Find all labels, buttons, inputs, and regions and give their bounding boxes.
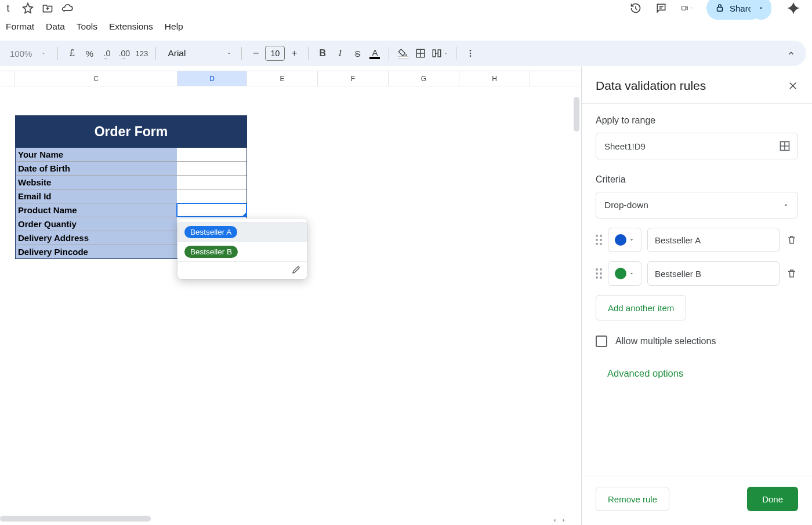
horizontal-scrollbar[interactable] (0, 516, 151, 522)
vertical-scrollbar[interactable] (574, 97, 579, 132)
form-label: Delivery Pincode (16, 245, 177, 258)
menu-help[interactable]: Help (165, 21, 183, 32)
col-header-f[interactable]: F (318, 71, 389, 86)
allow-multiple-label: Allow multiple selections (615, 336, 716, 347)
add-item-button[interactable]: Add another item (596, 295, 686, 320)
bold-button[interactable]: B (314, 45, 331, 61)
comments-icon[interactable] (655, 2, 667, 14)
criteria-select[interactable]: Drop-down (596, 192, 798, 218)
col-header-g[interactable]: G (389, 71, 459, 86)
toolbar: 100% £ % .0← .00→ 123 Arial − + B I S A (0, 41, 806, 66)
apply-range-input[interactable]: Sheet1!D9 (596, 133, 798, 159)
sheet-nav-arrows[interactable] (551, 517, 567, 524)
title-right-icons: Share (630, 0, 802, 20)
criteria-item-1 (596, 261, 798, 286)
currency-button[interactable]: £ (64, 45, 80, 61)
dropdown-chip-0: Bestseller A (184, 226, 237, 238)
move-folder-icon[interactable] (42, 2, 53, 14)
more-button[interactable] (462, 45, 478, 61)
dropdown-popup: Bestseller A Bestseller B (177, 218, 307, 279)
advanced-options-button[interactable]: Advanced options (607, 368, 798, 379)
zoom-dropdown[interactable] (35, 45, 52, 61)
form-label: Website (16, 176, 177, 189)
percent-button[interactable]: % (81, 45, 97, 61)
format-123-button[interactable]: 123 (133, 45, 150, 61)
meet-icon[interactable] (681, 2, 693, 14)
strike-button[interactable]: S (349, 45, 365, 61)
allow-multiple-row[interactable]: Allow multiple selections (596, 336, 798, 347)
select-range-icon[interactable] (779, 140, 791, 152)
grid-body[interactable]: Order Form Your NameDate of BirthWebsite… (0, 86, 581, 492)
close-sidebar-button[interactable] (788, 81, 798, 91)
criteria-value: Drop-down (604, 200, 648, 210)
drag-handle-icon[interactable] (596, 235, 602, 245)
menu-data[interactable]: Data (46, 21, 65, 32)
main-area: C D E F G H Order Form Your NameDate of … (0, 66, 812, 525)
zoom-level[interactable]: 100% (8, 45, 34, 61)
col-header-e[interactable]: E (247, 71, 318, 86)
decrease-decimal-button[interactable]: .0← (99, 45, 115, 61)
sidebar-title: Data validation rules (596, 79, 706, 93)
col-header-d[interactable]: D (177, 71, 247, 86)
gemini-icon[interactable] (785, 0, 802, 16)
form-value-cell[interactable] (177, 162, 246, 175)
fill-color-button[interactable] (395, 45, 411, 61)
cloud-status-icon[interactable] (61, 2, 73, 14)
apply-to-range-label: Apply to range (596, 115, 798, 126)
menu-tools[interactable]: Tools (77, 21, 97, 32)
col-header-c[interactable]: C (15, 71, 177, 86)
menu-format[interactable]: Format (6, 21, 34, 32)
criteria-item-0 (596, 228, 798, 252)
form-value-cell[interactable] (177, 148, 246, 161)
decrease-font-button[interactable]: − (248, 45, 264, 61)
edit-dropdown-icon[interactable] (291, 264, 302, 275)
done-button[interactable]: Done (747, 487, 798, 511)
form-label: Delivery Address (16, 231, 177, 245)
delete-item-1[interactable] (785, 268, 798, 279)
swatch-green-icon (615, 268, 626, 279)
spreadsheet[interactable]: C D E F G H Order Form Your NameDate of … (0, 71, 581, 525)
svg-point-4 (470, 53, 472, 54)
allow-multiple-checkbox[interactable] (596, 336, 607, 347)
increase-font-button[interactable]: + (286, 45, 302, 61)
form-label: Product Name (16, 203, 177, 217)
order-form-title: Order Form (16, 116, 246, 148)
item-value-input-0[interactable] (647, 228, 780, 252)
drag-handle-icon[interactable] (596, 268, 602, 279)
data-validation-sidebar: Data validation rules Apply to range She… (581, 66, 812, 525)
select-all-corner[interactable] (0, 71, 15, 86)
delete-item-0[interactable] (785, 235, 798, 245)
item-color-0[interactable] (608, 228, 641, 252)
column-headers: C D E F G H (0, 71, 581, 86)
sidebar-footer: Remove rule Done (582, 476, 812, 525)
form-value-cell[interactable] (177, 189, 246, 203)
form-row: Your Name (16, 148, 246, 161)
increase-decimal-button[interactable]: .00→ (116, 45, 132, 61)
history-icon[interactable] (630, 2, 641, 14)
menu-extensions[interactable]: Extensions (109, 21, 153, 32)
item-color-1[interactable] (608, 261, 641, 286)
merge-button[interactable] (430, 45, 450, 61)
collapse-toolbar-button[interactable] (783, 45, 799, 61)
font-name: Arial (168, 48, 186, 59)
text-color-button[interactable]: A (367, 45, 383, 61)
form-value-cell[interactable] (176, 203, 247, 217)
svg-rect-1 (717, 8, 722, 12)
share-dropdown[interactable] (751, 0, 771, 20)
borders-button[interactable] (412, 45, 429, 61)
font-select[interactable]: Arial (162, 48, 235, 59)
svg-point-5 (470, 55, 472, 57)
col-header-h[interactable]: H (459, 71, 530, 86)
italic-button[interactable]: I (332, 45, 348, 61)
item-value-input-1[interactable] (647, 261, 780, 286)
share-label: Share (730, 3, 753, 13)
form-label: Order Quantiy (16, 217, 177, 231)
form-label: Date of Birth (16, 162, 177, 175)
dropdown-option-1[interactable]: Bestseller B (177, 242, 307, 261)
remove-rule-button[interactable]: Remove rule (596, 487, 669, 511)
dropdown-option-0[interactable]: Bestseller A (177, 222, 307, 242)
star-icon[interactable] (22, 2, 34, 14)
font-size-input[interactable] (265, 46, 285, 61)
form-value-cell[interactable] (177, 176, 246, 189)
svg-rect-0 (682, 6, 686, 10)
